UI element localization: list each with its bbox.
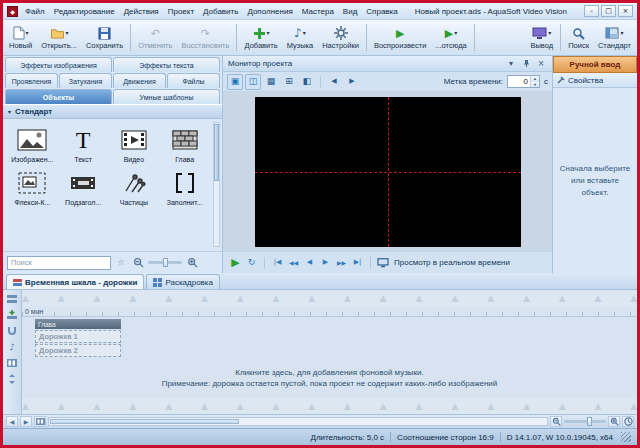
tab-fade[interactable]: Затухания xyxy=(59,73,112,88)
tab-motion[interactable]: Движения xyxy=(113,73,166,88)
manual-input-tab[interactable]: Ручной ввод xyxy=(553,56,637,73)
scrollbar-thumb[interactable] xyxy=(214,124,219,181)
display-mode-button[interactable] xyxy=(227,74,243,90)
undo-button[interactable]: Отменить xyxy=(134,21,176,54)
favorites-icon[interactable] xyxy=(114,256,128,270)
scrollbar-thumb[interactable] xyxy=(50,419,239,424)
add-button[interactable]: Добавить xyxy=(240,21,281,54)
background-music-drop-area[interactable]: Кликните здесь, для добавления фоновой м… xyxy=(22,357,637,398)
scroll-left-button[interactable] xyxy=(6,416,18,427)
skip-start-button[interactable] xyxy=(271,255,284,271)
menu-help[interactable]: Справка xyxy=(366,7,397,16)
layout-standard-button[interactable]: Стандарт xyxy=(594,21,635,54)
expand-tracks-button[interactable] xyxy=(6,373,19,385)
grid-toggle-button[interactable] xyxy=(263,74,279,90)
tab-smart-templates[interactable]: Умные шаблоны xyxy=(113,89,220,104)
menu-edit[interactable]: Редактирование xyxy=(54,7,115,16)
zoom-in-button[interactable] xyxy=(185,256,199,270)
tab-appear[interactable]: Проявления xyxy=(5,73,58,88)
skip-end-button[interactable] xyxy=(351,255,364,271)
timeline-zoom-in-button[interactable] xyxy=(608,416,620,427)
menu-view[interactable]: Вид xyxy=(343,7,357,16)
tab-objects[interactable]: Объекты xyxy=(5,89,112,104)
realtime-preview-label[interactable]: Просмотр в реальном времени xyxy=(394,258,510,267)
track-2[interactable]: Дорожка 2 xyxy=(35,344,121,357)
track-list-button[interactable] xyxy=(6,293,19,305)
redo-button[interactable]: Восстановить xyxy=(177,21,233,54)
rewind-button[interactable] xyxy=(287,255,300,271)
save-button[interactable]: Сохранить xyxy=(82,21,127,54)
tab-text-effects[interactable]: Эффекты текста xyxy=(113,57,220,72)
next-frame-button[interactable] xyxy=(344,74,360,90)
menu-actions[interactable]: Действия xyxy=(124,7,159,16)
output-button[interactable]: Вывод xyxy=(526,21,557,54)
empty-slot-pattern-bottom[interactable] xyxy=(22,398,637,414)
standard-section-header[interactable]: Стандарт xyxy=(3,104,222,119)
minimize-button[interactable] xyxy=(584,5,599,17)
open-button[interactable]: Открыть... xyxy=(37,21,81,54)
search-button[interactable]: Поиск xyxy=(564,21,593,54)
video-preview-screen[interactable] xyxy=(255,97,521,247)
object-placeholder[interactable]: Заполнит... xyxy=(159,167,210,208)
object-particles[interactable]: Частицы xyxy=(109,167,160,208)
pin-icon[interactable] xyxy=(520,58,532,70)
step-back-button[interactable] xyxy=(303,255,316,271)
empty-slot-pattern-top[interactable] xyxy=(22,290,637,306)
object-flexi[interactable]: Флекси-К... xyxy=(7,167,58,208)
loop-button[interactable] xyxy=(245,255,258,271)
zoom-out-button[interactable] xyxy=(131,256,145,270)
scroll-right-button[interactable] xyxy=(20,416,32,427)
settings-button[interactable]: Настройки xyxy=(318,21,363,54)
split-view-button[interactable] xyxy=(281,74,297,90)
slider-thumb[interactable] xyxy=(163,258,168,267)
object-text[interactable]: Текст xyxy=(58,124,109,165)
timestamp-value[interactable]: 0 xyxy=(508,76,530,87)
sound-track-button[interactable] xyxy=(6,341,19,353)
add-track-button[interactable] xyxy=(6,309,19,321)
close-panel-icon[interactable] xyxy=(535,58,547,70)
menu-file[interactable]: Файл xyxy=(25,7,45,16)
fast-forward-button[interactable] xyxy=(335,255,348,271)
maximize-button[interactable] xyxy=(601,5,616,17)
play-preview-button[interactable] xyxy=(229,255,242,271)
toolbox-scrollbar[interactable] xyxy=(213,122,220,247)
menu-project[interactable]: Проект xyxy=(168,7,194,16)
object-subtitle[interactable]: Подзагол... xyxy=(58,167,109,208)
object-video[interactable]: Видео xyxy=(109,124,160,165)
thumbnail-zoom-slider[interactable] xyxy=(148,261,182,264)
close-button[interactable] xyxy=(618,5,633,17)
background-toggle-button[interactable] xyxy=(245,74,261,90)
magnet-snap-button[interactable] xyxy=(6,325,19,337)
play-button[interactable]: Воспроизвести xyxy=(370,21,430,54)
safe-area-button[interactable] xyxy=(299,74,315,90)
timeline-zoom-out-button[interactable] xyxy=(550,416,562,427)
menu-addons[interactable]: Дополнения xyxy=(247,7,292,16)
tab-timeline-tracks[interactable]: Временная шкала - дорожки xyxy=(6,274,144,289)
timeline-ruler[interactable]: 0 мин xyxy=(22,306,637,317)
tab-storyboard[interactable]: Раскадровка xyxy=(146,274,220,289)
clock-zoom-button[interactable] xyxy=(622,416,634,427)
play-from-here-button[interactable]: ...отсюда xyxy=(431,21,470,54)
resize-grip[interactable] xyxy=(621,432,631,442)
film-view-button[interactable] xyxy=(34,416,46,427)
slider-thumb[interactable] xyxy=(587,417,592,426)
spin-down-icon[interactable]: ▼ xyxy=(531,82,539,88)
new-button[interactable]: Новый xyxy=(5,21,36,54)
menu-wizards[interactable]: Мастера xyxy=(302,7,334,16)
panel-menu-icon[interactable] xyxy=(505,58,517,70)
prev-frame-button[interactable] xyxy=(326,74,342,90)
menu-add[interactable]: Добавить xyxy=(203,7,238,16)
tab-image-effects[interactable]: Эффекты изображения xyxy=(5,57,112,72)
object-chapter[interactable]: Глава xyxy=(159,124,210,165)
timeline-horizontal-scrollbar[interactable] xyxy=(48,417,548,426)
timestamp-spinner[interactable]: 0 ▲▼ xyxy=(507,75,540,88)
tab-files[interactable]: Файлы xyxy=(167,73,220,88)
timeline-zoom-slider[interactable] xyxy=(564,420,606,423)
chapter-track-header[interactable]: Глава xyxy=(35,319,121,329)
object-search-input[interactable] xyxy=(7,256,111,270)
object-image[interactable]: Изображен... xyxy=(7,124,58,165)
track-1[interactable]: Дорожка 1 xyxy=(35,330,121,343)
film-track-button[interactable] xyxy=(6,357,19,369)
music-button[interactable]: Музыка xyxy=(283,21,318,54)
step-forward-button[interactable] xyxy=(319,255,332,271)
